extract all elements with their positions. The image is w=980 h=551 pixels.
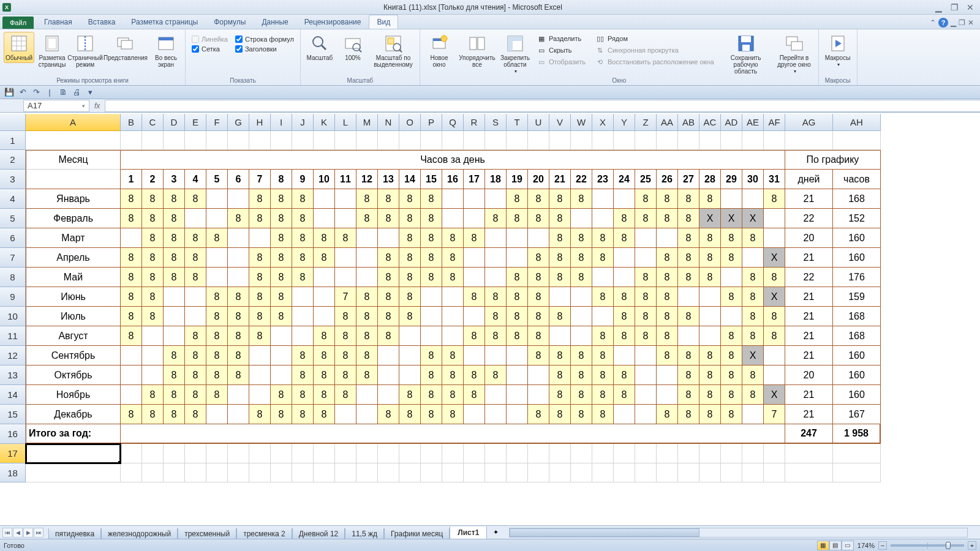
cell[interactable]: 8 [571, 365, 592, 385]
cell[interactable]: 8 [292, 385, 314, 405]
cell[interactable]: 8 [335, 326, 356, 346]
cell[interactable] [571, 307, 592, 326]
cell[interactable]: 8 [549, 365, 571, 385]
cell[interactable]: 8 [592, 228, 614, 248]
cell[interactable]: 8 [399, 287, 421, 307]
cell[interactable] [206, 268, 228, 287]
cell[interactable]: 8 [121, 307, 142, 326]
column-header[interactable]: R [464, 114, 485, 131]
file-tab[interactable]: Файл [2, 17, 34, 29]
cell[interactable]: 8 [549, 307, 571, 326]
cell[interactable]: 8 [185, 326, 206, 346]
zoom-100-button[interactable]: 100% [337, 32, 368, 63]
cell[interactable]: X [764, 248, 785, 268]
cell[interactable] [356, 463, 378, 482]
cell[interactable]: 8 [292, 405, 314, 424]
cell[interactable]: 8 [314, 385, 335, 405]
cell[interactable]: 20 [785, 365, 833, 385]
column-header[interactable]: W [571, 114, 592, 131]
cell[interactable] [206, 405, 228, 424]
cell[interactable]: 8 [421, 228, 442, 248]
cell[interactable]: 8 [549, 346, 571, 365]
cell[interactable]: 7 [249, 170, 271, 189]
cell[interactable]: Май [26, 268, 121, 287]
cell[interactable]: 19 [507, 170, 528, 189]
cell[interactable]: 8 [721, 326, 742, 346]
cell[interactable]: 14 [399, 170, 421, 189]
cell[interactable]: 8 [678, 405, 699, 424]
cell[interactable]: 8 [571, 346, 592, 365]
row-header[interactable]: 16 [0, 424, 26, 444]
cell[interactable]: 8 [571, 248, 592, 268]
cell[interactable] [185, 287, 206, 307]
cell[interactable]: 8 [678, 346, 699, 365]
cell[interactable] [228, 405, 249, 424]
cell[interactable]: 8 [421, 365, 442, 385]
cell[interactable]: 8 [164, 189, 185, 209]
cell[interactable]: 8 [635, 268, 657, 287]
cell[interactable] [485, 228, 507, 248]
column-header[interactable]: M [356, 114, 378, 131]
restore-doc-button2[interactable]: ❐ [959, 18, 965, 27]
row-header[interactable]: 11 [0, 326, 26, 346]
ribbon-tab-4[interactable]: Данные [254, 15, 296, 29]
cell[interactable] [657, 444, 678, 463]
cell[interactable]: 8 [528, 307, 549, 326]
cell[interactable] [485, 463, 507, 482]
cell[interactable]: 15 [421, 170, 442, 189]
cell[interactable]: 7 [335, 287, 356, 307]
cell[interactable]: 8 [249, 209, 271, 228]
zoom-in-button[interactable]: + [968, 541, 976, 550]
row-header[interactable]: 3 [0, 170, 26, 189]
cell[interactable]: 8 [421, 346, 442, 365]
cell[interactable]: 8 [421, 268, 442, 287]
fx-icon[interactable]: fx [89, 102, 105, 110]
cell[interactable] [228, 228, 249, 248]
cell[interactable]: Сентябрь [26, 346, 121, 365]
cell[interactable] [785, 463, 833, 482]
cell[interactable]: 152 [833, 209, 881, 228]
cell[interactable]: 8 [549, 189, 571, 209]
cell[interactable]: 8 [528, 346, 549, 365]
cell[interactable] [26, 444, 121, 463]
cell[interactable] [121, 365, 142, 385]
cell[interactable]: 21 [785, 307, 833, 326]
cell[interactable]: 8 [292, 248, 314, 268]
cell[interactable]: 8 [614, 228, 635, 248]
cell[interactable]: 8 [271, 307, 292, 326]
row-header[interactable]: 10 [0, 307, 26, 326]
cell[interactable]: 8 [742, 268, 764, 287]
cell[interactable] [142, 444, 164, 463]
cell[interactable] [485, 268, 507, 287]
minimize-window-button[interactable]: ▁ [931, 3, 946, 12]
cell[interactable] [678, 444, 699, 463]
cell[interactable]: 8 [442, 365, 464, 385]
cell[interactable] [485, 385, 507, 405]
cell[interactable] [528, 463, 549, 482]
cell[interactable] [292, 287, 314, 307]
cell[interactable]: 8 [678, 385, 699, 405]
cell[interactable]: 8 [142, 307, 164, 326]
cell-grid[interactable]: МесяцЧасов за деньПо графику123456789101… [26, 131, 881, 482]
cell[interactable] [356, 405, 378, 424]
cell[interactable] [185, 463, 206, 482]
cell[interactable]: X [699, 209, 721, 228]
cell[interactable]: 8 [742, 287, 764, 307]
cell[interactable]: 8 [356, 189, 378, 209]
cell[interactable]: 8 [421, 385, 442, 405]
cell[interactable]: 8 [528, 405, 549, 424]
cell[interactable] [378, 365, 399, 385]
page-layout-button[interactable]: Разметка страницы [37, 32, 67, 70]
cell[interactable] [271, 365, 292, 385]
cell[interactable]: 8 [185, 365, 206, 385]
cell[interactable] [742, 248, 764, 268]
cell[interactable] [249, 385, 271, 405]
cell[interactable] [249, 444, 271, 463]
cell[interactable] [314, 189, 335, 209]
column-header[interactable]: T [507, 114, 528, 131]
side-by-side-button[interactable]: ▯▯Рядом [594, 33, 715, 44]
column-header[interactable]: S [485, 114, 507, 131]
cell[interactable]: 8 [464, 385, 485, 405]
cell[interactable] [464, 268, 485, 287]
cell[interactable] [635, 228, 657, 248]
